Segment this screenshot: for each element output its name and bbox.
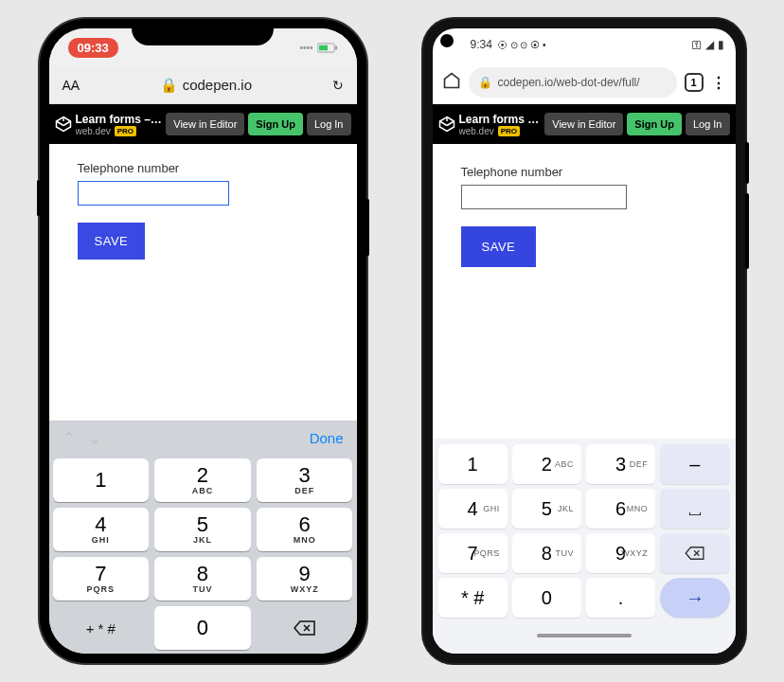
keypad-key-5[interactable]: 5JKL [154,508,251,551]
save-button[interactable]: SAVE [461,226,537,267]
svg-rect-1 [335,45,337,49]
keypad-key[interactable]: 9WXYZ [586,533,655,573]
android-browser-bar: 🔒 codepen.io/web-dot-dev/full/ 1 ⋮ [433,61,736,104]
pro-badge: PRO [115,126,136,136]
telephone-label: Telephone number [78,161,329,175]
status-icons-left: 🖸 ⊙ ⊙ ⦿ • [498,40,546,50]
wifi-icon: ◢ [705,38,714,51]
keypad-delete-key[interactable] [257,606,353,650]
iphone-screen: 09:33 •••• AA 🔒 codepen.io ↻ Learn forms… [49,28,357,654]
iphone-frame: 09:33 •••• AA 🔒 codepen.io ↻ Learn forms… [40,19,366,663]
pen-title: Learn forms – virt... [76,113,163,126]
keypad-key[interactable]: . [586,578,655,618]
lock-icon: 🔒 [160,77,178,94]
codepen-logo-icon [55,116,72,133]
nav-handle[interactable] [537,634,632,637]
codepen-title-box: Learn forms – virt... web.dev PRO [459,113,542,136]
camera-hole [440,34,454,47]
keyboard-accessory-bar: ⌃ ⌄ Done [49,421,357,455]
battery-icon: ▮ [718,38,724,51]
keypad-space-key[interactable]: ⎵ [660,489,729,529]
keypad-key[interactable]: – [660,444,729,484]
keypad-key-8[interactable]: 8TUV [154,557,251,601]
pen-subtitle: web.dev PRO [459,126,542,136]
android-status-bar: 9:34 🖸 ⊙ ⊙ ⦿ • ⚿ ◢ ▮ [433,28,736,61]
codepen-title-box: Learn forms – virt... web.dev PRO [76,113,163,136]
page-content: Telephone number SAVE [433,144,736,439]
android-url-text: codepen.io/web-dot-dev/full/ [498,76,640,89]
keypad-key[interactable]: 0 [512,578,581,618]
signup-button[interactable]: Sign Up [627,113,682,135]
ios-numeric-keypad: 12ABC3DEF4GHI5JKL6MNO7PQRS8TUV9WXYZ+ * #… [49,455,357,654]
keypad-key-7[interactable]: 7PQRS [53,557,150,601]
keypad-symbols-key[interactable]: + * # [53,606,150,650]
keypad-key[interactable]: 1 [438,444,508,484]
login-button[interactable]: Log In [307,113,351,135]
codepen-header: Learn forms – virt... web.dev PRO View i… [433,104,736,144]
pen-author: web.dev [459,126,494,136]
codepen-logo-icon [438,116,455,133]
keypad-next-key[interactable]: → [660,578,729,618]
telephone-input[interactable] [461,185,627,209]
pen-title: Learn forms – virt... [459,113,542,126]
tab-count-button[interactable]: 1 [685,73,704,92]
telephone-input[interactable] [78,181,229,206]
telephone-label: Telephone number [461,165,707,179]
keypad-key[interactable]: 6MNO [586,489,655,529]
svg-line-4 [56,121,63,126]
android-numeric-keypad: 12ABC3DEF–4GHI5JKL6MNO⎵7PQRS8TUV9WXYZ* #… [433,439,736,654]
chevron-down-icon[interactable]: ⌄ [88,429,100,447]
ios-url-display[interactable]: 🔒 codepen.io [160,77,252,94]
pro-badge: PRO [498,126,520,136]
keypad-key-2[interactable]: 2ABC [154,458,251,502]
keypad-key[interactable]: 7PQRS [438,533,508,573]
svg-line-11 [447,121,454,126]
status-icons-right: ⚿ ◢ ▮ [692,38,724,51]
page-content: Telephone number SAVE [49,144,357,421]
keypad-delete-key[interactable] [660,533,729,573]
keypad-key[interactable]: 2ABC [512,444,581,484]
ios-browser-bar: AA 🔒 codepen.io ↻ [49,66,357,104]
keyboard-nav-arrows: ⌃ ⌄ [62,429,100,447]
chevron-up-icon[interactable]: ⌃ [62,429,75,447]
pen-subtitle: web.dev PRO [76,126,163,136]
keypad-key-1[interactable]: 1 [53,458,150,502]
iphone-notch [132,19,274,45]
home-icon[interactable] [442,71,461,94]
android-screen: 9:34 🖸 ⊙ ⊙ ⦿ • ⚿ ◢ ▮ 🔒 codepen.io/web-do… [433,28,736,654]
android-frame: 9:34 🖸 ⊙ ⊙ ⦿ • ⚿ ◢ ▮ 🔒 codepen.io/web-do… [423,19,745,663]
view-in-editor-button[interactable]: View in Editor [544,113,623,135]
keypad-key[interactable]: 8TUV [512,533,581,573]
android-time: 9:34 [471,38,492,51]
keypad-key-4[interactable]: 4GHI [53,508,150,551]
signup-button[interactable]: Sign Up [248,113,303,135]
keypad-key-6[interactable]: 6MNO [257,508,353,551]
battery-icon: •••• [299,43,337,53]
login-button[interactable]: Log In [686,113,730,135]
keypad-key-0[interactable]: 0 [154,606,251,650]
lock-icon: 🔒 [478,76,492,89]
menu-icon[interactable]: ⋮ [711,74,726,92]
keypad-key[interactable]: * # [438,578,508,618]
ios-time-pill: 09:33 [68,38,118,58]
keypad-key[interactable]: 3DEF [586,444,655,484]
view-in-editor-button[interactable]: View in Editor [166,113,244,135]
vpn-icon: ⚿ [692,40,702,50]
keyboard-done-button[interactable]: Done [310,430,344,446]
ios-domain: codepen.io [183,77,252,93]
save-button[interactable]: SAVE [78,223,146,260]
keypad-key-3[interactable]: 3DEF [257,458,353,502]
svg-rect-2 [318,45,327,50]
keypad-key-9[interactable]: 9WXYZ [257,557,353,601]
svg-line-10 [439,121,447,126]
codepen-header: Learn forms – virt... web.dev PRO View i… [49,104,357,144]
keypad-key[interactable]: 4GHI [438,489,508,529]
svg-line-5 [63,121,71,126]
keypad-key[interactable]: 5JKL [512,489,581,529]
refresh-icon[interactable]: ↻ [332,78,344,93]
android-url-bar[interactable]: 🔒 codepen.io/web-dot-dev/full/ [469,67,677,98]
text-size-button[interactable]: AA [62,78,80,93]
android-nav-bar [438,623,730,648]
pen-author: web.dev [76,126,111,136]
